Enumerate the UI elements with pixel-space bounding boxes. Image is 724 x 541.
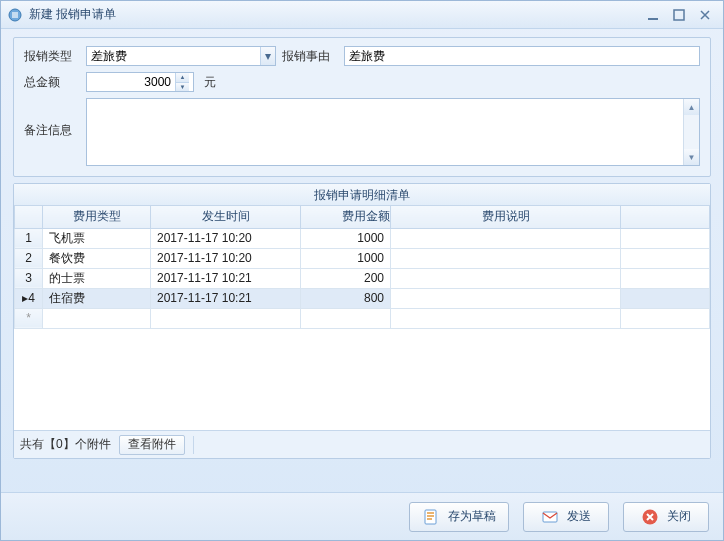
- table-row[interactable]: 2 餐饮费 2017-11-17 10:20 1000: [15, 248, 710, 268]
- grid-panel: 报销申请明细清单 费用类型 发生时间 费用金额 费用说明: [13, 183, 711, 459]
- unit-label: 元: [204, 74, 216, 91]
- save-draft-button[interactable]: 存为草稿: [409, 502, 509, 532]
- titlebar: 新建 报销申请单: [1, 1, 723, 29]
- cell-type[interactable]: 餐饮费: [43, 248, 151, 268]
- scroll-up-icon[interactable]: ▲: [684, 99, 699, 115]
- reason-label: 报销事由: [282, 48, 338, 65]
- close-icon: [641, 508, 659, 526]
- document-icon: [422, 508, 440, 526]
- col-rownum: [15, 206, 43, 228]
- table-row[interactable]: 1 飞机票 2017-11-17 10:20 1000: [15, 228, 710, 248]
- type-label: 报销类型: [24, 48, 80, 65]
- cell-desc-editing[interactable]: [391, 288, 621, 308]
- view-attachments-button[interactable]: 查看附件: [119, 435, 185, 455]
- remarks-field[interactable]: ▲ ▼: [86, 98, 700, 166]
- row-num: 2: [15, 248, 43, 268]
- table-row-selected[interactable]: ▸4 住宿费 2017-11-17 10:21 800: [15, 288, 710, 308]
- cell-time[interactable]: 2017-11-17 10:21: [151, 268, 301, 288]
- grid-title: 报销申请明细清单: [14, 184, 710, 206]
- cell-desc[interactable]: [391, 268, 621, 288]
- col-time[interactable]: 发生时间: [151, 206, 301, 228]
- col-amount[interactable]: 费用金额: [301, 206, 391, 228]
- app-icon: [7, 7, 23, 23]
- close-button[interactable]: [697, 8, 713, 22]
- new-row-marker: *: [15, 308, 43, 328]
- scroll-down-icon[interactable]: ▼: [684, 149, 699, 165]
- footer-bar: 存为草稿 发送 关闭: [1, 492, 723, 540]
- col-desc[interactable]: 费用说明: [391, 206, 621, 228]
- send-label: 发送: [567, 508, 591, 525]
- reason-field[interactable]: [344, 46, 700, 66]
- scroll-track[interactable]: [684, 115, 699, 149]
- svg-rect-5: [543, 512, 557, 522]
- detail-grid[interactable]: 费用类型 发生时间 费用金额 费用说明 1 飞机票 2017-11-17 10:…: [14, 206, 710, 329]
- chevron-down-icon[interactable]: ▾: [260, 47, 275, 65]
- cell-type[interactable]: 的士票: [43, 268, 151, 288]
- cell-desc[interactable]: [391, 228, 621, 248]
- cell-time[interactable]: 2017-11-17 10:21: [151, 288, 301, 308]
- remarks-label: 备注信息: [24, 98, 80, 139]
- cell-amount[interactable]: 200: [301, 268, 391, 288]
- window-title: 新建 报销申请单: [29, 6, 116, 23]
- svg-rect-2: [648, 18, 658, 20]
- cell-amount[interactable]: 1000: [301, 228, 391, 248]
- row-num: ▸4: [15, 288, 43, 308]
- row-num: 1: [15, 228, 43, 248]
- spin-down-icon[interactable]: ▼: [176, 83, 189, 92]
- reason-input[interactable]: [345, 47, 699, 65]
- svg-rect-3: [674, 10, 684, 20]
- cell-time[interactable]: 2017-11-17 10:20: [151, 248, 301, 268]
- scrollbar[interactable]: ▲ ▼: [683, 99, 699, 165]
- close-label: 关闭: [667, 508, 691, 525]
- col-type[interactable]: 费用类型: [43, 206, 151, 228]
- envelope-icon: [541, 508, 559, 526]
- maximize-button[interactable]: [671, 8, 687, 22]
- cell-type[interactable]: 飞机票: [43, 228, 151, 248]
- cell-amount[interactable]: 800: [301, 288, 391, 308]
- table-row[interactable]: 3 的士票 2017-11-17 10:21 200: [15, 268, 710, 288]
- save-draft-label: 存为草稿: [448, 508, 496, 525]
- total-label: 总金额: [24, 74, 80, 91]
- send-button[interactable]: 发送: [523, 502, 609, 532]
- type-combo[interactable]: ▾: [86, 46, 276, 66]
- attachment-bar: 共有【0】个附件 查看附件: [14, 430, 710, 458]
- form-panel: 报销类型 ▾ 报销事由 总金额 ▲ ▼: [13, 37, 711, 177]
- attachment-count: 共有【0】个附件: [20, 436, 111, 453]
- row-num: 3: [15, 268, 43, 288]
- total-spinner[interactable]: ▲ ▼: [86, 72, 194, 92]
- col-spacer: [621, 206, 710, 228]
- cell-type[interactable]: 住宿费: [43, 288, 151, 308]
- type-input[interactable]: [87, 47, 260, 65]
- minimize-button[interactable]: [645, 8, 661, 22]
- separator: [193, 436, 194, 454]
- total-input[interactable]: [87, 73, 175, 91]
- table-row-new[interactable]: *: [15, 308, 710, 328]
- close-dialog-button[interactable]: 关闭: [623, 502, 709, 532]
- cell-time[interactable]: 2017-11-17 10:20: [151, 228, 301, 248]
- cell-amount[interactable]: 1000: [301, 248, 391, 268]
- remarks-textarea[interactable]: [87, 99, 683, 165]
- svg-rect-1: [12, 12, 18, 18]
- spin-up-icon[interactable]: ▲: [176, 73, 189, 83]
- cell-desc[interactable]: [391, 248, 621, 268]
- svg-rect-4: [425, 510, 436, 524]
